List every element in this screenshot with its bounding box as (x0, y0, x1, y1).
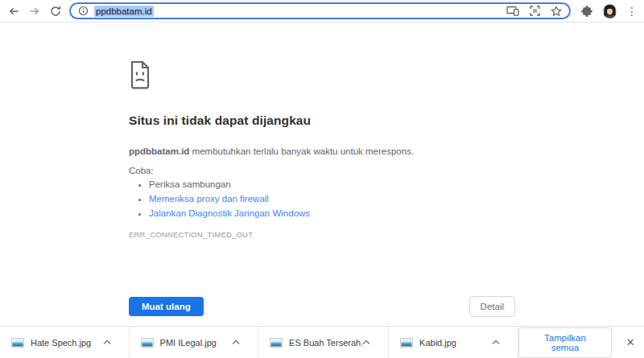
address-bar[interactable]: ppdbbatam.id (69, 2, 571, 19)
reload-button[interactable] (45, 2, 66, 21)
omnibox-actions (506, 6, 562, 17)
forward-button[interactable] (24, 2, 45, 21)
chevron-up-icon[interactable] (232, 339, 240, 345)
error-page: Situs ini tidak dapat dijangkau ppdbbata… (129, 60, 515, 318)
suggestion-item: Memeriksa proxy dan firewall (149, 193, 515, 205)
back-button[interactable] (3, 2, 24, 21)
bookmark-star-icon[interactable] (551, 6, 562, 17)
details-button[interactable]: Detail (469, 296, 515, 317)
download-filename: Hate Spech.jpg (31, 338, 91, 348)
suggestion-text: Periksa sambungan (149, 179, 231, 189)
error-message-rest: membutuhkan terlalu banyak waktu untuk m… (189, 146, 414, 156)
download-filename: Kabid.jpg (419, 338, 456, 348)
extensions-icon[interactable] (580, 5, 593, 18)
suggestion-item: Periksa sambungan (149, 179, 515, 191)
download-item[interactable]: Kabid.jpg (389, 327, 518, 358)
url-text[interactable]: ppdbbatam.id (94, 6, 154, 17)
chevron-up-icon[interactable] (103, 339, 111, 345)
error-title: Situs ini tidak dapat dijangkau (129, 113, 515, 128)
reload-icon (50, 6, 61, 17)
reload-page-button[interactable]: Muat ulang (129, 297, 204, 316)
try-label: Coba: (129, 166, 515, 175)
error-message: ppdbbatam.id membutuhkan terlalu banyak … (129, 146, 515, 157)
profile-avatar[interactable] (602, 3, 617, 19)
downloads-bar: Hate Spech.jpg PMI ILegal.jpg ES Buah Te… (0, 326, 644, 358)
download-item[interactable]: PMI ILegal.jpg (130, 327, 259, 358)
qr-code-icon[interactable] (530, 6, 540, 16)
chevron-up-icon[interactable] (362, 339, 370, 345)
send-to-devices-icon[interactable] (506, 6, 519, 16)
close-downloads-icon[interactable]: ✕ (621, 336, 639, 348)
download-item[interactable]: Hate Spech.jpg (0, 327, 130, 358)
image-file-icon (141, 338, 154, 348)
image-file-icon (270, 338, 283, 348)
show-all-downloads-button[interactable]: Tampilkan semua (518, 327, 613, 358)
image-file-icon (11, 338, 24, 348)
network-diagnostics-link[interactable]: Jalankan Diagnostik Jaringan Windows (149, 208, 310, 218)
proxy-firewall-link[interactable]: Memeriksa proxy dan firewall (149, 194, 269, 204)
site-info-icon[interactable] (78, 6, 89, 16)
error-host: ppdbbatam.id (129, 146, 189, 156)
error-code: ERR_CONNECTION_TIMED_OUT (129, 230, 515, 239)
back-icon (8, 6, 19, 17)
image-file-icon (400, 338, 413, 348)
menu-dots-icon[interactable]: ⋮ (626, 6, 638, 17)
forward-icon (29, 6, 40, 17)
suggestion-item: Jalankan Diagnostik Jaringan Windows (149, 208, 515, 220)
browser-toolbar: ppdbbatam.id ⋮ (0, 0, 644, 23)
sad-file-icon (129, 60, 151, 93)
toolbar-right: ⋮ (580, 3, 638, 19)
chevron-up-icon[interactable] (492, 339, 500, 345)
download-item[interactable]: ES Buah Terserah.jpg (258, 327, 389, 358)
suggestion-list: Periksa sambungan Memeriksa proxy dan fi… (129, 179, 515, 220)
download-filename: PMI ILegal.jpg (160, 338, 217, 348)
download-filename: ES Buah Terserah.jpg (289, 338, 362, 348)
error-actions: Muat ulang Detail (129, 296, 515, 317)
